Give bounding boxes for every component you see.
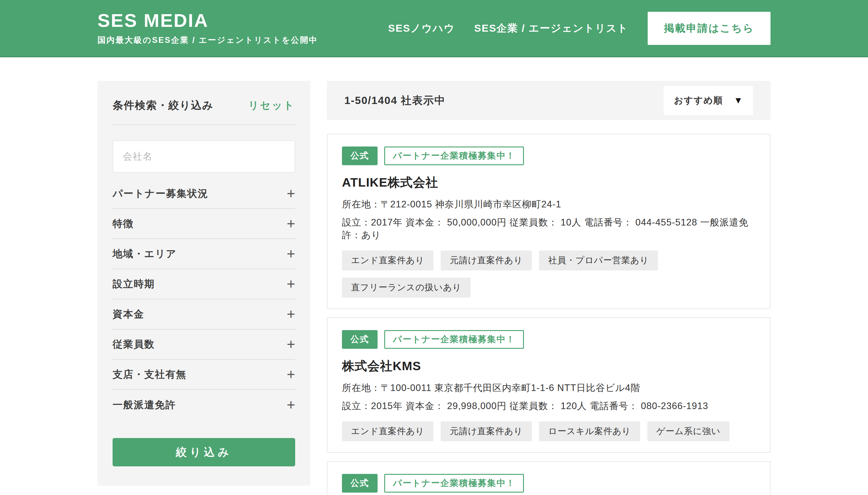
partner-recruiting-badge: パートナー企業積極募集中！ [384,474,524,493]
plus-icon: + [287,277,295,291]
company-name-link[interactable]: ATLIKE株式会社 [342,174,755,191]
results-column: 1-50/1404 社表示中 おすすめ順 ▼ 公式 パートナー企業積極募集中！ … [327,81,771,495]
reset-button[interactable]: リセット [248,99,295,113]
filter-row-features[interactable]: 特徴 + [113,209,295,239]
filter-list: パートナー募集状況 + 特徴 + 地域・エリア + 設立時期 + 資本金 + [113,179,295,420]
feature-tag: ロースキル案件あり [539,422,640,441]
official-badge: 公式 [342,147,378,165]
nav-link-ses-knowhow[interactable]: SESノウハウ [388,21,455,35]
results-count: 1-50/1404 社表示中 [344,93,445,108]
company-card: 公式 パートナー企業積極募集中！ pipon株式会社 所在地：〒106-0032… [327,461,771,495]
filter-row-capital[interactable]: 資本金 + [113,300,295,329]
partner-recruiting-badge: パートナー企業積極募集中！ [384,147,524,165]
badge-row: 公式 パートナー企業積極募集中！ [342,147,755,165]
feature-tag: 直フリーランスの扱いあり [342,278,471,297]
site-header: SES MEDIA 国内最大級のSES企業 / エージェントリストを公開中 SE… [0,0,868,57]
feature-tag: 社員・プロパー営業あり [539,251,658,270]
company-name-input[interactable] [113,140,295,173]
plus-icon: + [287,367,295,382]
filter-submit-button[interactable]: 絞り込み [113,438,295,466]
chevron-down-icon: ▼ [734,96,743,105]
sidebar-head: 条件検索・絞り込み リセット [113,98,295,113]
company-name-link[interactable]: 株式会社KMS [342,358,755,374]
filter-label: 資本金 [113,307,144,321]
badge-row: 公式 パートナー企業積極募集中！ [342,330,755,349]
official-badge: 公式 [342,330,378,349]
plus-icon: + [287,398,295,412]
feature-tag: 元請け直案件あり [441,251,532,270]
plus-icon: + [287,186,295,201]
divider [113,124,295,125]
filter-row-region[interactable]: 地域・エリア + [113,239,295,269]
feature-tag: エンド直案件あり [342,422,433,441]
filter-label: 支店・支社有無 [113,368,186,381]
official-badge: 公式 [342,474,378,493]
plus-icon: + [287,217,295,231]
filter-label: 一般派遣免許 [113,398,176,412]
results-bar: 1-50/1404 社表示中 おすすめ順 ▼ [327,81,771,120]
company-card: 公式 パートナー企業積極募集中！ ATLIKE株式会社 所在地：〒212-001… [327,134,771,309]
listing-apply-button[interactable]: 掲載申請はこちら [648,12,771,45]
sidebar-title: 条件検索・絞り込み [113,98,214,113]
site-tagline: 国内最大級のSES企業 / エージェントリストを公開中 [97,35,318,46]
filter-row-branches[interactable]: 支店・支社有無 + [113,360,295,390]
feature-tag: ゲーム系に強い [648,422,730,441]
filter-label: 地域・エリア [113,247,177,261]
header-nav: SESノウハウ SES企業 / エージェントリスト 掲載申請はこちら [388,12,771,45]
filter-row-dispatch-license[interactable]: 一般派遣免許 + [113,390,295,420]
badge-row: 公式 パートナー企業積極募集中！ [342,474,755,493]
filter-label: 設立時期 [113,277,155,291]
company-info: 設立：2015年 資本金： 29,998,000円 従業員数： 120人 電話番… [342,400,755,412]
filter-label: 特徴 [113,217,134,231]
filter-row-employees[interactable]: 従業員数 + [113,329,295,360]
logo[interactable]: SES MEDIA 国内最大級のSES企業 / エージェントリストを公開中 [97,11,318,46]
nav-link-company-list[interactable]: SES企業 / エージェントリスト [474,21,628,35]
company-card: 公式 パートナー企業積極募集中！ 株式会社KMS 所在地：〒100-0011 東… [327,318,771,453]
site-logo-text[interactable]: SES MEDIA [97,11,318,30]
company-info: 設立：2017年 資本金： 50,000,000円 従業員数： 10人 電話番号… [342,216,755,241]
filter-row-founded-period[interactable]: 設立時期 + [113,269,295,300]
filter-sidebar: 条件検索・絞り込み リセット パートナー募集状況 + 特徴 + 地域・エリア + [97,81,310,486]
tag-row: エンド直案件あり 元請け直案件あり ロースキル案件あり ゲーム系に強い [342,422,755,441]
filter-label: パートナー募集状況 [113,187,208,201]
sort-dropdown[interactable]: おすすめ順 ▼ [664,86,753,115]
header-inner: SES MEDIA 国内最大級のSES企業 / エージェントリストを公開中 SE… [97,0,771,56]
plus-icon: + [287,307,295,321]
feature-tag: エンド直案件あり [342,251,433,270]
filter-row-partner-recruiting[interactable]: パートナー募集状況 + [113,179,295,209]
filter-label: 従業員数 [113,338,155,351]
sort-selected-label: おすすめ順 [674,95,723,107]
main-content: 条件検索・絞り込み リセット パートナー募集状況 + 特徴 + 地域・エリア + [97,81,771,495]
company-address: 所在地：〒212-0015 神奈川県川崎市幸区柳町24-1 [342,198,755,211]
partner-recruiting-badge: パートナー企業積極募集中！ [384,330,524,349]
plus-icon: + [287,246,295,261]
page: SES MEDIA 国内最大級のSES企業 / エージェントリストを公開中 SE… [0,0,868,495]
company-address: 所在地：〒100-0011 東京都千代田区内幸町1-1-6 NTT日比谷ビル4階 [342,382,755,394]
plus-icon: + [287,337,295,352]
feature-tag: 元請け直案件あり [441,422,532,441]
tag-row: エンド直案件あり 元請け直案件あり 社員・プロパー営業あり 直フリーランスの扱い… [342,251,755,297]
